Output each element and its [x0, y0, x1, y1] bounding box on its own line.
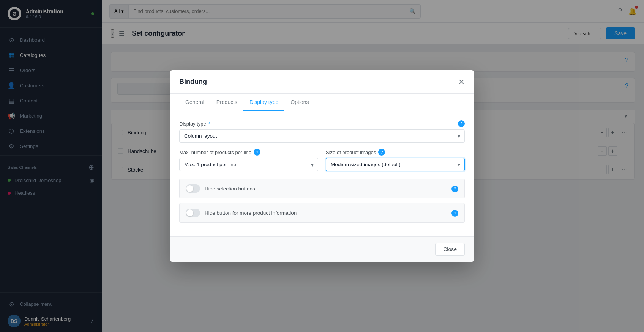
- modal-backdrop: Bindung ✕ General Products Display type: [102, 23, 644, 332]
- max-products-group: Max. number of products per line ? Max. …: [179, 149, 318, 171]
- modal-body: Display type * ? Column layout: [170, 111, 474, 236]
- tab-options[interactable]: Options: [284, 94, 315, 111]
- hide-selection-toggle-row: Hide selection buttons ?: [179, 179, 465, 198]
- hide-product-info-label: Hide button for more product information: [205, 210, 451, 216]
- hide-selection-label: Hide selection buttons: [205, 186, 451, 192]
- product-images-group: Size of product images ? Medium sized im…: [326, 149, 465, 171]
- hide-selection-toggle[interactable]: [186, 184, 200, 193]
- toggle-knob-2: [186, 209, 193, 216]
- main-content: All ▾ 🔍 ? 🔔 ‹ ☰ Set configurator Deutsch: [102, 0, 644, 332]
- modal-header: Bindung ✕: [170, 70, 474, 94]
- hide-product-info-help-icon[interactable]: ?: [451, 209, 458, 217]
- tab-general[interactable]: General: [179, 94, 210, 111]
- modal-tabs: General Products Display type Options: [170, 94, 474, 111]
- display-type-label: Display type * ?: [179, 120, 465, 127]
- product-images-label: Size of product images ?: [326, 149, 465, 156]
- max-products-label: Max. number of products per line ?: [179, 149, 318, 156]
- display-type-help-icon[interactable]: ?: [458, 120, 465, 127]
- tab-products[interactable]: Products: [210, 94, 243, 111]
- product-images-help-icon[interactable]: ?: [378, 149, 385, 156]
- modal-dialog: Bindung ✕ General Products Display type: [170, 70, 474, 262]
- toggle-knob: [186, 185, 193, 192]
- close-button[interactable]: Close: [435, 243, 465, 256]
- modal-title: Bindung: [179, 78, 207, 86]
- max-products-select-wrapper: Max. 1 product per line: [179, 158, 318, 171]
- max-products-select[interactable]: Max. 1 product per line: [179, 158, 318, 171]
- display-type-group: Display type * ? Column layout: [179, 120, 465, 143]
- modal-footer: Close: [170, 236, 474, 262]
- products-images-row: Max. number of products per line ? Max. …: [179, 149, 465, 171]
- max-products-help-icon[interactable]: ?: [254, 149, 260, 156]
- display-type-select-wrapper: Column layout: [179, 129, 465, 143]
- product-images-select[interactable]: Medium sized images (default): [326, 158, 465, 171]
- required-star: *: [208, 121, 210, 127]
- modal-close-button[interactable]: ✕: [458, 78, 465, 86]
- tab-display-type[interactable]: Display type: [243, 94, 284, 111]
- hide-selection-help-icon[interactable]: ?: [451, 185, 458, 192]
- display-type-select[interactable]: Column layout: [179, 129, 465, 143]
- hide-product-info-toggle-row: Hide button for more product information…: [179, 203, 465, 223]
- product-images-select-wrapper: Medium sized images (default): [326, 158, 465, 171]
- content-area: ‹ ☰ Set configurator Deutsch Save ? ?: [102, 23, 644, 332]
- hide-product-info-toggle[interactable]: [186, 209, 200, 217]
